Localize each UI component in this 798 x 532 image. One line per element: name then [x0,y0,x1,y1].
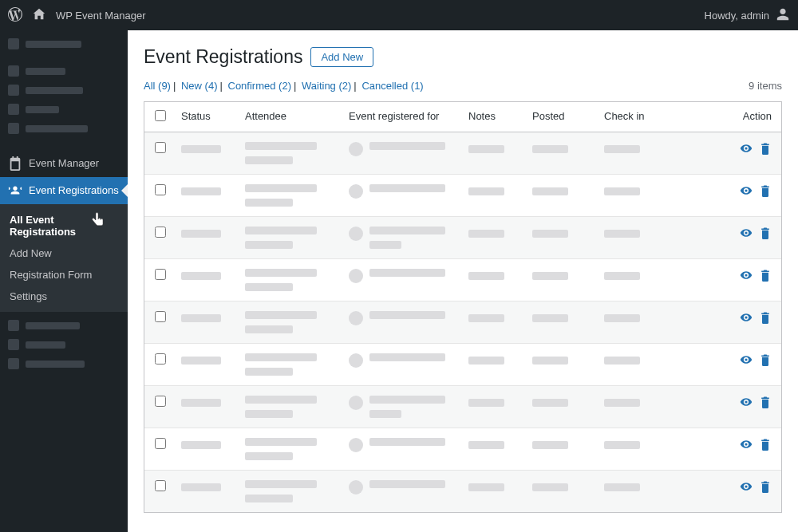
admin-top-bar: WP Event Manager Howdy, admin [0,0,798,30]
user-greeting[interactable]: Howdy, admin [705,10,769,22]
site-title[interactable]: WP Event Manager [56,10,145,22]
home-icon[interactable] [32,7,46,24]
wordpress-logo-icon[interactable] [8,7,22,24]
user-avatar-icon[interactable] [776,7,790,24]
